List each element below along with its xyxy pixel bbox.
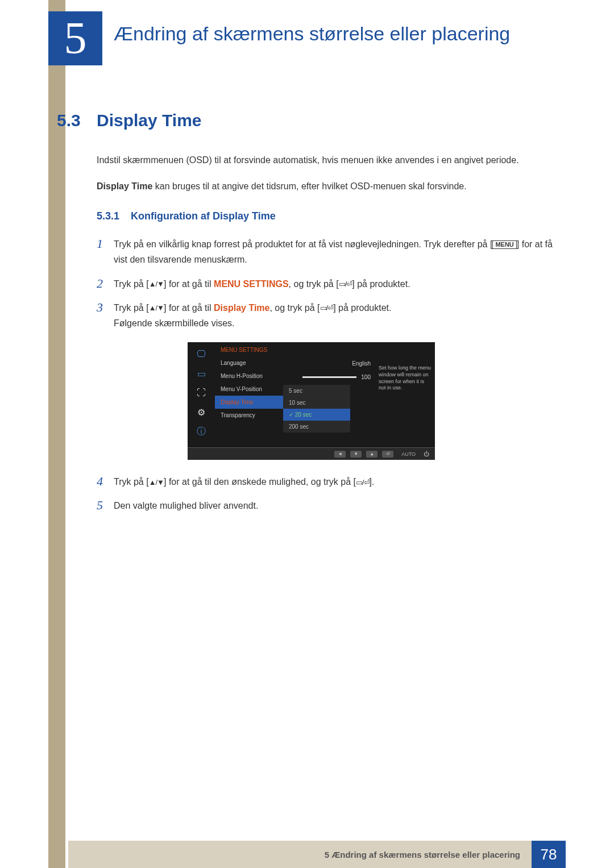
info-icon: ⓘ [194, 425, 208, 438]
auto-label: AUTO [398, 451, 419, 457]
size-icon: ⛶ [194, 387, 208, 399]
footer-page-number: 78 [532, 841, 566, 868]
step-number-2: 2 [97, 276, 114, 292]
osd-item-vpos: Menu V-Position [215, 383, 283, 396]
picture-icon: ▭ [194, 367, 208, 380]
source-enter-icon: ▭/⏎ [356, 476, 370, 489]
osd-item-language: Language [215, 356, 283, 369]
step-text-4: Tryk på [▲/▼] for at gå til den ønskede … [114, 474, 557, 489]
osd-help-text: Set how long the menu window will remain… [375, 356, 435, 447]
osd-sidebar: 🖵 ▭ ⛶ ⚙ ⓘ [188, 342, 215, 447]
step-text-3: Tryk på [▲/▼] for at gå til Display Time… [114, 300, 557, 331]
monitor-icon: 🖵 [194, 348, 208, 360]
source-enter-icon: ▭/⏎ [339, 278, 352, 290]
up-down-icon: ▲/▼ [149, 476, 164, 489]
osd-header: MENU SETTINGS [215, 342, 435, 356]
osd-values: English 100 5 sec 10 sec 20 sec 200 sec [283, 356, 375, 447]
up-down-icon: ▲/▼ [149, 302, 164, 314]
section-title: Display Time [97, 111, 202, 130]
back-icon: ◄ [334, 451, 346, 458]
footer-chapter-label: 5 Ændring af skærmens størrelse eller pl… [68, 841, 532, 868]
osd-option-20sec: 20 sec [283, 409, 350, 421]
osd-language-value: English [352, 360, 371, 367]
step-number-5: 5 [97, 498, 114, 513]
up-down-icon: ▲/▼ [149, 278, 164, 290]
osd-menu-list: Language Menu H-Position Menu V-Position… [215, 356, 283, 447]
section-number: 5.3 [57, 111, 97, 130]
down-icon: ▼ [350, 451, 362, 458]
osd-option-200sec: 200 sec [283, 421, 350, 433]
source-enter-icon: ▭/⏎ [320, 302, 334, 314]
step-text-5: Den valgte mulighed bliver anvendt. [114, 498, 557, 513]
chapter-number-badge: 5 [48, 11, 102, 65]
osd-option-5sec: 5 sec [283, 385, 350, 397]
osd-item-hpos: Menu H-Position [215, 369, 283, 383]
step-number-1: 1 [97, 236, 114, 267]
chapter-title: Ændring af skærmens størrelse eller plac… [114, 23, 510, 45]
subsection-number: 5.3.1 [97, 210, 131, 222]
osd-screenshot: 🖵 ▭ ⛶ ⚙ ⓘ MENU SETTINGS Language Menu H-… [188, 342, 435, 460]
osd-item-transparency: Transparency [215, 409, 283, 422]
display-time-label: Display Time [97, 181, 152, 191]
power-icon: ⏻ [424, 451, 429, 457]
enter-icon: ⏎ [382, 451, 393, 458]
step-text-1: Tryk på en vilkårlig knap forrest på pro… [114, 236, 557, 267]
osd-footer: ◄ ▼ ▲ ⏎ AUTO ⏻ [188, 447, 435, 460]
intro-paragraph-1: Indstil skærmmenuen (OSD) til at forsvin… [97, 153, 557, 168]
osd-item-displaytime: Display Time [215, 396, 283, 409]
subsection-title: Konfiguration af Display Time [131, 210, 276, 222]
step-number-3: 3 [97, 300, 114, 331]
settings-icon: ⚙ [194, 406, 208, 418]
intro-paragraph-2: Display Time kan bruges til at angive de… [97, 179, 557, 194]
up-icon: ▲ [366, 451, 377, 458]
osd-option-10sec: 10 sec [283, 397, 350, 409]
page-footer: 5 Ændring af skærmens størrelse eller pl… [0, 841, 614, 868]
step-text-2: Tryk på [▲/▼] for at gå til MENU SETTING… [114, 276, 557, 292]
menu-button-icon: MENU [492, 240, 516, 249]
step-number-4: 4 [97, 474, 114, 489]
osd-slider [302, 376, 356, 378]
osd-dropdown: 5 sec 10 sec 20 sec 200 sec [283, 385, 350, 433]
osd-hpos-value: 100 [361, 374, 371, 380]
